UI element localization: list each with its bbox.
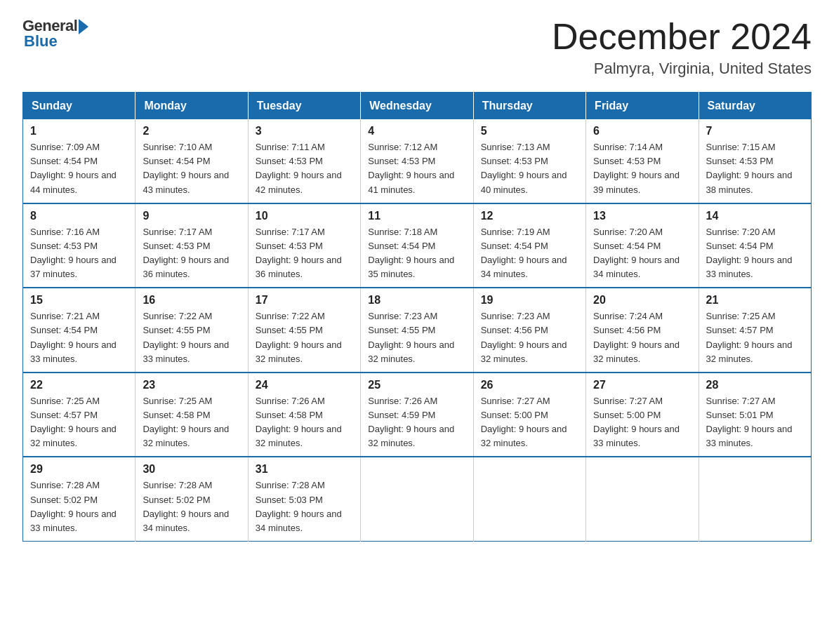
calendar-cell: 9Sunrise: 7:17 AMSunset: 4:53 PMDaylight… [135, 203, 248, 288]
calendar-cell: 10Sunrise: 7:17 AMSunset: 4:53 PMDayligh… [248, 203, 360, 288]
calendar-cell: 19Sunrise: 7:23 AMSunset: 4:56 PMDayligh… [473, 288, 585, 373]
day-info: Sunrise: 7:11 AMSunset: 4:53 PMDaylight:… [256, 140, 353, 197]
day-number: 9 [143, 210, 240, 222]
calendar-cell: 21Sunrise: 7:25 AMSunset: 4:57 PMDayligh… [699, 288, 811, 373]
calendar-cell: 31Sunrise: 7:28 AMSunset: 5:03 PMDayligh… [248, 457, 360, 541]
calendar-day-header-wednesday: Wednesday [361, 93, 473, 120]
day-info: Sunrise: 7:23 AMSunset: 4:55 PMDaylight:… [368, 309, 465, 366]
calendar-day-header-friday: Friday [586, 93, 699, 120]
calendar-day-header-sunday: Sunday [23, 93, 135, 120]
day-number: 10 [256, 210, 353, 222]
calendar-cell: 23Sunrise: 7:25 AMSunset: 4:58 PMDayligh… [135, 373, 248, 457]
calendar-cell: 8Sunrise: 7:16 AMSunset: 4:53 PMDaylight… [23, 203, 135, 288]
day-info: Sunrise: 7:24 AMSunset: 4:56 PMDaylight:… [593, 309, 691, 366]
day-number: 17 [256, 294, 353, 307]
page-header: General Blue December 2024 Palmyra, Virg… [22, 17, 812, 78]
day-number: 3 [256, 125, 353, 137]
calendar-week-row: 29Sunrise: 7:28 AMSunset: 5:02 PMDayligh… [23, 457, 812, 541]
day-info: Sunrise: 7:28 AMSunset: 5:02 PMDaylight:… [30, 478, 128, 535]
calendar-week-row: 22Sunrise: 7:25 AMSunset: 4:57 PMDayligh… [23, 373, 812, 457]
day-info: Sunrise: 7:27 AMSunset: 5:00 PMDaylight:… [593, 394, 691, 451]
calendar-cell: 13Sunrise: 7:20 AMSunset: 4:54 PMDayligh… [586, 203, 699, 288]
calendar-cell: 11Sunrise: 7:18 AMSunset: 4:54 PMDayligh… [361, 203, 473, 288]
day-number: 16 [143, 294, 240, 307]
calendar-day-header-monday: Monday [135, 93, 248, 120]
logo: General Blue [22, 17, 88, 51]
day-number: 21 [706, 294, 804, 307]
calendar-cell: 22Sunrise: 7:25 AMSunset: 4:57 PMDayligh… [23, 373, 135, 457]
day-info: Sunrise: 7:16 AMSunset: 4:53 PMDaylight:… [30, 225, 128, 282]
day-info: Sunrise: 7:26 AMSunset: 4:58 PMDaylight:… [256, 394, 353, 451]
day-number: 14 [706, 210, 804, 222]
day-number: 4 [368, 125, 465, 137]
calendar-cell: 29Sunrise: 7:28 AMSunset: 5:02 PMDayligh… [23, 457, 135, 541]
calendar-cell: 3Sunrise: 7:11 AMSunset: 4:53 PMDaylight… [248, 119, 360, 203]
calendar-cell: 20Sunrise: 7:24 AMSunset: 4:56 PMDayligh… [586, 288, 699, 373]
calendar-day-header-tuesday: Tuesday [248, 93, 360, 120]
calendar-cell: 14Sunrise: 7:20 AMSunset: 4:54 PMDayligh… [699, 203, 811, 288]
calendar-cell: 2Sunrise: 7:10 AMSunset: 4:54 PMDaylight… [135, 119, 248, 203]
day-number: 20 [593, 294, 691, 307]
day-number: 27 [593, 379, 691, 391]
page-subtitle: Palmyra, Virginia, United States [552, 60, 812, 78]
calendar-cell: 4Sunrise: 7:12 AMSunset: 4:53 PMDaylight… [361, 119, 473, 203]
day-info: Sunrise: 7:17 AMSunset: 4:53 PMDaylight:… [143, 225, 240, 282]
day-info: Sunrise: 7:28 AMSunset: 5:02 PMDaylight:… [143, 478, 240, 535]
day-info: Sunrise: 7:19 AMSunset: 4:54 PMDaylight:… [481, 225, 578, 282]
calendar-cell: 16Sunrise: 7:22 AMSunset: 4:55 PMDayligh… [135, 288, 248, 373]
calendar-cell: 27Sunrise: 7:27 AMSunset: 5:00 PMDayligh… [586, 373, 699, 457]
day-number: 2 [143, 125, 240, 137]
day-number: 25 [368, 379, 465, 391]
day-info: Sunrise: 7:28 AMSunset: 5:03 PMDaylight:… [256, 478, 353, 535]
day-number: 31 [256, 463, 353, 476]
calendar-cell: 15Sunrise: 7:21 AMSunset: 4:54 PMDayligh… [23, 288, 135, 373]
calendar-cell: 24Sunrise: 7:26 AMSunset: 4:58 PMDayligh… [248, 373, 360, 457]
day-info: Sunrise: 7:25 AMSunset: 4:57 PMDaylight:… [30, 394, 128, 451]
page-title: December 2024 [552, 17, 812, 57]
calendar-cell: 1Sunrise: 7:09 AMSunset: 4:54 PMDaylight… [23, 119, 135, 203]
day-number: 24 [256, 379, 353, 391]
calendar-cell [586, 457, 699, 541]
day-info: Sunrise: 7:27 AMSunset: 5:01 PMDaylight:… [706, 394, 804, 451]
day-number: 11 [368, 210, 465, 222]
calendar-cell: 30Sunrise: 7:28 AMSunset: 5:02 PMDayligh… [135, 457, 248, 541]
day-number: 30 [143, 463, 240, 476]
calendar-cell: 18Sunrise: 7:23 AMSunset: 4:55 PMDayligh… [361, 288, 473, 373]
calendar-week-row: 15Sunrise: 7:21 AMSunset: 4:54 PMDayligh… [23, 288, 812, 373]
day-info: Sunrise: 7:13 AMSunset: 4:53 PMDaylight:… [481, 140, 578, 197]
day-info: Sunrise: 7:22 AMSunset: 4:55 PMDaylight:… [143, 309, 240, 366]
day-number: 5 [481, 125, 578, 137]
day-number: 19 [481, 294, 578, 307]
day-number: 13 [593, 210, 691, 222]
calendar-header: SundayMondayTuesdayWednesdayThursdayFrid… [23, 93, 812, 120]
day-number: 12 [481, 210, 578, 222]
calendar-cell: 6Sunrise: 7:14 AMSunset: 4:53 PMDaylight… [586, 119, 699, 203]
calendar-cell [361, 457, 473, 541]
day-number: 1 [30, 125, 128, 137]
day-info: Sunrise: 7:18 AMSunset: 4:54 PMDaylight:… [368, 225, 465, 282]
calendar-cell: 25Sunrise: 7:26 AMSunset: 4:59 PMDayligh… [361, 373, 473, 457]
day-info: Sunrise: 7:26 AMSunset: 4:59 PMDaylight:… [368, 394, 465, 451]
day-info: Sunrise: 7:10 AMSunset: 4:54 PMDaylight:… [143, 140, 240, 197]
day-number: 28 [706, 379, 804, 391]
day-info: Sunrise: 7:22 AMSunset: 4:55 PMDaylight:… [256, 309, 353, 366]
calendar-body: 1Sunrise: 7:09 AMSunset: 4:54 PMDaylight… [23, 119, 812, 541]
title-block: December 2024 Palmyra, Virginia, United … [552, 17, 812, 78]
logo-arrow-icon [79, 19, 88, 34]
day-number: 18 [368, 294, 465, 307]
day-number: 6 [593, 125, 691, 137]
day-number: 29 [30, 463, 128, 476]
calendar-header-row: SundayMondayTuesdayWednesdayThursdayFrid… [23, 93, 812, 120]
calendar-cell: 7Sunrise: 7:15 AMSunset: 4:53 PMDaylight… [699, 119, 811, 203]
day-info: Sunrise: 7:27 AMSunset: 5:00 PMDaylight:… [481, 394, 578, 451]
day-info: Sunrise: 7:17 AMSunset: 4:53 PMDaylight:… [256, 225, 353, 282]
day-info: Sunrise: 7:23 AMSunset: 4:56 PMDaylight:… [481, 309, 578, 366]
day-info: Sunrise: 7:20 AMSunset: 4:54 PMDaylight:… [593, 225, 691, 282]
day-info: Sunrise: 7:21 AMSunset: 4:54 PMDaylight:… [30, 309, 128, 366]
calendar-cell: 17Sunrise: 7:22 AMSunset: 4:55 PMDayligh… [248, 288, 360, 373]
day-info: Sunrise: 7:14 AMSunset: 4:53 PMDaylight:… [593, 140, 691, 197]
calendar-cell: 12Sunrise: 7:19 AMSunset: 4:54 PMDayligh… [473, 203, 585, 288]
calendar-week-row: 8Sunrise: 7:16 AMSunset: 4:53 PMDaylight… [23, 203, 812, 288]
day-info: Sunrise: 7:25 AMSunset: 4:57 PMDaylight:… [706, 309, 804, 366]
day-info: Sunrise: 7:09 AMSunset: 4:54 PMDaylight:… [30, 140, 128, 197]
